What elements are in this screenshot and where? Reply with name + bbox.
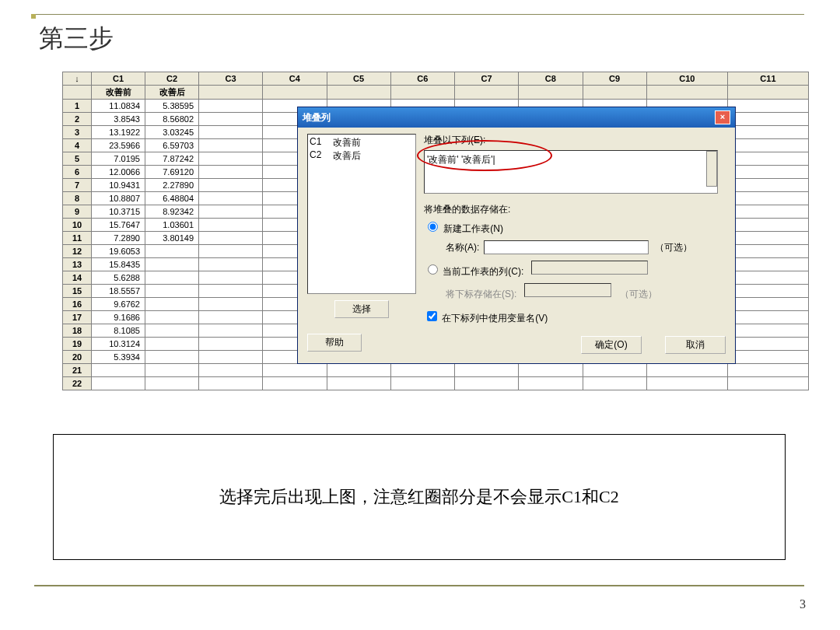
cell[interactable] (519, 364, 583, 377)
cell[interactable] (199, 192, 263, 205)
row-header[interactable]: 16 (63, 298, 92, 311)
cell[interactable]: 10.9431 (92, 179, 145, 192)
row-header[interactable]: 21 (63, 364, 92, 377)
cell[interactable] (727, 219, 808, 232)
cell[interactable] (727, 245, 808, 258)
cell[interactable] (727, 377, 808, 390)
list-item[interactable]: C1 改善前 (310, 136, 414, 149)
cell[interactable]: 5.6288 (92, 271, 145, 285)
cell[interactable] (92, 377, 145, 390)
cell[interactable] (199, 100, 263, 113)
cell[interactable] (727, 298, 808, 311)
col-header-c11[interactable]: C11 (727, 72, 808, 86)
cell[interactable] (199, 364, 263, 377)
cell[interactable] (727, 338, 808, 351)
cell[interactable] (727, 364, 808, 377)
cell[interactable] (92, 364, 145, 377)
row-header[interactable]: 8 (63, 192, 92, 205)
row-header[interactable]: 13 (63, 258, 92, 271)
cell[interactable] (263, 364, 327, 377)
row-header[interactable]: 20 (63, 351, 92, 364)
cell[interactable] (727, 166, 808, 179)
cell[interactable]: 9.1686 (92, 311, 145, 324)
cell[interactable] (583, 364, 646, 377)
cell[interactable] (145, 377, 199, 390)
col-header-c8[interactable]: C8 (519, 72, 583, 86)
col-header-c7[interactable]: C7 (455, 72, 519, 86)
cell[interactable] (199, 113, 263, 126)
cell[interactable] (199, 219, 263, 232)
cell[interactable] (263, 377, 327, 390)
cell[interactable] (327, 377, 390, 390)
col-header-c2[interactable]: C2 (145, 72, 199, 86)
cell[interactable] (199, 285, 263, 298)
row-header[interactable]: 2 (63, 113, 92, 126)
cell[interactable]: 3.8543 (92, 113, 145, 126)
cell[interactable] (199, 298, 263, 311)
cell[interactable]: 7.87242 (145, 152, 199, 166)
cell[interactable] (199, 205, 263, 219)
row-header[interactable]: 15 (63, 285, 92, 298)
dialog-titlebar[interactable]: 堆叠列 × (298, 107, 735, 128)
cell[interactable]: 18.5557 (92, 285, 145, 298)
row-header[interactable]: 3 (63, 126, 92, 139)
col-header-c3[interactable]: C3 (199, 72, 263, 86)
cell[interactable]: 7.0195 (92, 152, 145, 166)
row-header[interactable]: 5 (63, 152, 92, 166)
row-header[interactable]: 17 (63, 311, 92, 324)
cell[interactable]: 5.38595 (145, 100, 199, 113)
cell[interactable]: 7.2890 (92, 232, 145, 245)
cell[interactable] (727, 179, 808, 192)
row-header[interactable]: 10 (63, 219, 92, 232)
cell[interactable] (199, 245, 263, 258)
cell[interactable] (646, 377, 727, 390)
cell[interactable]: 10.3124 (92, 338, 145, 351)
cell[interactable] (199, 232, 263, 245)
row-header[interactable]: 1 (63, 100, 92, 113)
cell[interactable]: 15.8435 (92, 258, 145, 271)
cell[interactable]: 8.56802 (145, 113, 199, 126)
cell[interactable] (727, 152, 808, 166)
cell[interactable] (199, 179, 263, 192)
cell[interactable]: 6.59703 (145, 139, 199, 152)
cell[interactable] (727, 126, 808, 139)
row-header[interactable]: 22 (63, 377, 92, 390)
cell[interactable] (199, 271, 263, 285)
cell[interactable] (727, 324, 808, 338)
cell[interactable] (727, 139, 808, 152)
cell[interactable] (727, 271, 808, 285)
select-button[interactable]: 选择 (334, 300, 389, 318)
cell[interactable]: 19.6053 (92, 245, 145, 258)
row-header[interactable]: 14 (63, 271, 92, 285)
cell[interactable] (727, 192, 808, 205)
cell[interactable] (727, 285, 808, 298)
cell[interactable] (199, 139, 263, 152)
cancel-button[interactable]: 取消 (665, 336, 726, 354)
cell[interactable]: 1.03601 (145, 219, 199, 232)
col-header-c4[interactable]: C4 (263, 72, 327, 86)
cell[interactable]: 6.48804 (145, 192, 199, 205)
col-header-c5[interactable]: C5 (327, 72, 390, 86)
col-header-c9[interactable]: C9 (583, 72, 646, 86)
name-input[interactable] (484, 240, 649, 254)
cell[interactable] (199, 126, 263, 139)
ok-button[interactable]: 确定(O) (581, 336, 642, 354)
cell[interactable] (199, 166, 263, 179)
cell[interactable]: 3.80149 (145, 232, 199, 245)
cell[interactable]: 15.7647 (92, 219, 145, 232)
cell[interactable] (199, 311, 263, 324)
cell[interactable]: 10.3715 (92, 205, 145, 219)
cell[interactable] (455, 377, 519, 390)
stack-columns-input[interactable]: '改善前' '改善后'| (424, 150, 718, 194)
cell[interactable] (145, 338, 199, 351)
cell[interactable] (145, 364, 199, 377)
cell[interactable] (145, 285, 199, 298)
cell[interactable]: 10.8807 (92, 192, 145, 205)
cell[interactable] (727, 311, 808, 324)
cell[interactable]: 8.92342 (145, 205, 199, 219)
cell[interactable]: 7.69120 (145, 166, 199, 179)
cell[interactable] (199, 152, 263, 166)
cell[interactable] (519, 377, 583, 390)
cell[interactable]: 9.6762 (92, 298, 145, 311)
cell[interactable] (145, 271, 199, 285)
